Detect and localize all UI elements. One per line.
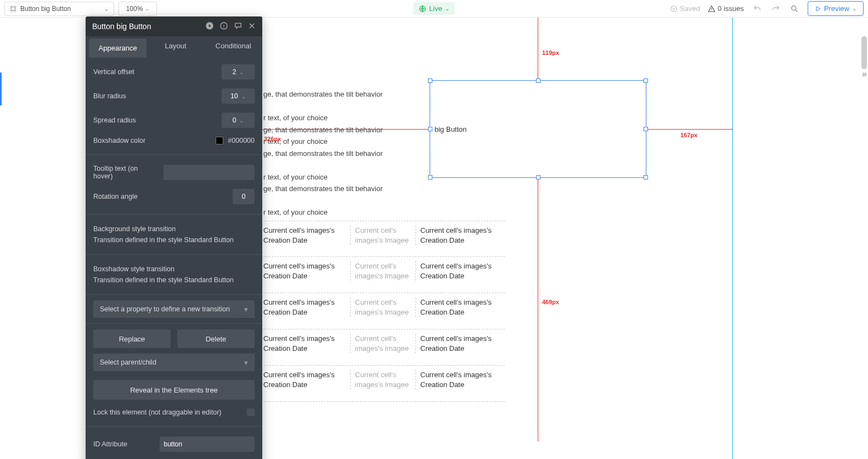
preview-button[interactable]: Preview ⌄ xyxy=(808,1,864,16)
canvas-text-line: r text, of your choice xyxy=(263,113,383,124)
blur-radius-input[interactable]: 10⌄ xyxy=(222,88,255,104)
boxshadow-color-label: Boxshadow color xyxy=(93,137,216,144)
element-selector-label: Button big Button xyxy=(20,5,71,13)
reveal-in-tree-button[interactable]: Reveal in the Elements tree xyxy=(93,380,255,400)
resize-handle-bm[interactable] xyxy=(536,175,540,180)
issues-count: 0 issues xyxy=(718,4,744,13)
canvas-text-block: ge, that demonstrates the tilt behavior … xyxy=(263,89,383,219)
selection-box[interactable]: big Button xyxy=(430,80,646,178)
lock-element-label: Lock this element (not draggable in edit… xyxy=(93,408,221,416)
canvas-text-line: r text, of your choice xyxy=(263,207,383,218)
spread-radius-input[interactable]: 0⌄ xyxy=(222,113,255,128)
info-icon[interactable] xyxy=(219,21,228,32)
guide-line-left xyxy=(262,129,430,130)
cell-image: Current cell's images's Imagee xyxy=(350,370,416,389)
rotation-angle-input[interactable] xyxy=(233,189,255,204)
chevron-down-icon: ⌄ xyxy=(145,5,149,12)
spread-radius-label: Spread radius xyxy=(93,116,222,124)
guide-distance-bottom-label: 469px xyxy=(542,299,559,305)
saved-label: Saved xyxy=(680,4,700,13)
play-icon xyxy=(815,5,821,12)
repeating-group-row[interactable]: Current cell's images's Creation DateCur… xyxy=(263,293,505,329)
cell-creation-date: Current cell's images's Creation Date xyxy=(420,334,503,353)
resize-handle-br[interactable] xyxy=(644,175,648,180)
panel-title: Button big Button xyxy=(92,22,205,31)
live-label: Live xyxy=(429,4,442,13)
canvas-text-line xyxy=(263,195,383,206)
new-transition-dropdown[interactable]: Select a property to define a new transi… xyxy=(93,300,255,318)
scrollbar-vertical[interactable] xyxy=(861,36,867,69)
globe-icon xyxy=(419,5,426,13)
collapse-gutter-icon[interactable]: » xyxy=(862,69,867,79)
delete-button[interactable]: Delete xyxy=(177,329,255,348)
guide-distance-left-label: 326px xyxy=(264,136,281,142)
search-icon xyxy=(790,4,799,13)
guide-line-right xyxy=(646,129,733,130)
cell-creation-date: Current cell's images's Creation Date xyxy=(420,261,503,281)
tab-appearance[interactable]: Appearance xyxy=(89,38,146,58)
lock-element-checkbox[interactable] xyxy=(247,408,255,416)
page-edge-indicator xyxy=(0,72,2,105)
cell-creation-date: Current cell's images's Creation Date xyxy=(263,226,346,245)
target-icon xyxy=(9,5,17,13)
check-circle-icon xyxy=(670,5,678,13)
warning-icon xyxy=(708,5,715,13)
repeating-group-row[interactable]: Current cell's images's Creation DateCur… xyxy=(263,329,505,366)
undo-button[interactable] xyxy=(752,3,763,14)
resize-handle-tr[interactable] xyxy=(644,79,648,83)
cell-image: Current cell's images's Imagee xyxy=(350,226,416,245)
resize-handle-tl[interactable] xyxy=(428,79,432,83)
redo-button[interactable] xyxy=(770,3,781,14)
tab-layout[interactable]: Layout xyxy=(146,36,204,58)
search-button[interactable] xyxy=(789,3,800,14)
cell-image: Current cell's images's Imagee xyxy=(350,298,416,317)
repeating-group-row[interactable]: Current cell's images's Creation DateCur… xyxy=(263,257,505,293)
zoom-selector[interactable]: 100% ⌄ xyxy=(119,2,157,16)
chevron-down-icon: ⌄ xyxy=(852,5,856,12)
id-attribute-input[interactable] xyxy=(160,436,255,452)
chevron-down-icon: ⌄ xyxy=(104,5,109,13)
color-swatch[interactable] xyxy=(216,137,223,144)
close-icon[interactable] xyxy=(248,22,256,31)
svg-point-2 xyxy=(671,5,677,12)
issues-indicator[interactable]: 0 issues xyxy=(708,4,744,13)
comment-icon[interactable] xyxy=(234,21,243,32)
blur-radius-label: Blur radius xyxy=(93,92,222,100)
selected-element-label: big Button xyxy=(435,125,467,133)
resize-handle-bl[interactable] xyxy=(428,175,432,180)
guide-distance-top-label: 119px xyxy=(542,49,559,56)
canvas-text-line: ge, that demonstrates the tilt behavior xyxy=(263,125,383,136)
chevron-down-icon: ⌄ xyxy=(445,5,449,12)
repeating-group-row[interactable]: Current cell's images's Creation DateCur… xyxy=(263,221,505,257)
resize-handle-tm[interactable] xyxy=(536,79,540,83)
repeating-group: Current cell's images's Creation DateCur… xyxy=(263,221,505,402)
svg-point-3 xyxy=(791,5,796,10)
canvas-text-line xyxy=(263,101,383,112)
panel-tabs: Appearance Layout Conditional xyxy=(86,36,262,58)
live-status-badge[interactable]: Live ⌄ xyxy=(413,2,455,15)
cell-creation-date: Current cell's images's Creation Date xyxy=(263,334,346,353)
resize-handle-ml[interactable] xyxy=(428,127,432,131)
element-selector-dropdown[interactable]: Button big Button ⌄ xyxy=(4,2,114,16)
panel-header[interactable]: Button big Button xyxy=(86,16,262,36)
cell-image: Current cell's images's Imagee xyxy=(350,261,416,281)
chevron-down-icon: ▾ xyxy=(244,359,248,367)
play-icon[interactable] xyxy=(205,21,214,32)
chevron-down-icon: ⌄ xyxy=(239,69,244,75)
bg-transition-title: Background style transition xyxy=(93,223,255,234)
select-parent-child-dropdown[interactable]: Select parent/child ▾ xyxy=(93,354,255,371)
replace-button[interactable]: Replace xyxy=(93,329,171,348)
tooltip-input[interactable] xyxy=(164,165,255,180)
repeating-group-row[interactable]: Current cell's images's Creation DateCur… xyxy=(263,366,505,402)
new-transition-placeholder: Select a property to define a new transi… xyxy=(100,305,230,313)
resize-handle-mr[interactable] xyxy=(644,127,648,131)
canvas-text-line: ge, that demonstrates the tilt behavior xyxy=(263,89,383,100)
redo-icon xyxy=(771,4,780,13)
boxshadow-color-input[interactable]: #000000 xyxy=(216,137,255,144)
rotation-angle-label: Rotation angle xyxy=(93,193,228,200)
canvas-text-line: ge, that demonstrates the tilt behavior xyxy=(263,148,383,159)
spread-radius-value: 0 xyxy=(233,116,236,124)
vertical-offset-value: 2 xyxy=(233,68,236,76)
tab-conditional[interactable]: Conditional xyxy=(205,36,262,58)
vertical-offset-input[interactable]: 2⌄ xyxy=(222,64,255,80)
